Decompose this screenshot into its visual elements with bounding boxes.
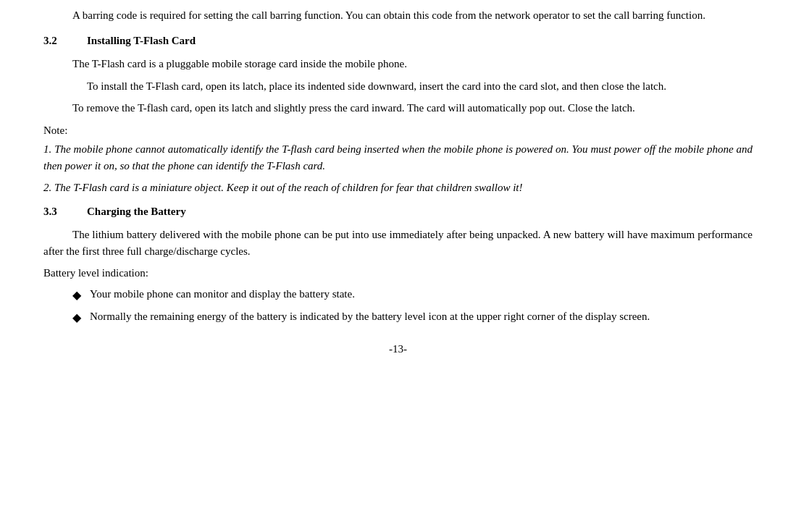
bullet-text-1: Your mobile phone can monitor and displa…	[90, 286, 753, 303]
section-33-number: 3.3	[43, 203, 72, 220]
bullet-item-1: ◆ Your mobile phone can monitor and disp…	[72, 286, 753, 304]
section-33-para1: The lithium battery delivered with the m…	[43, 227, 753, 259]
note-item-1: 1. The mobile phone cannot automatically…	[43, 141, 753, 174]
note-label: Note:	[43, 122, 753, 139]
bullet-text-2: Normally the remaining energy of the bat…	[90, 308, 753, 325]
bullet-diamond-2: ◆	[72, 309, 81, 326]
section-32-para3: To remove the T-flash card, open its lat…	[43, 100, 753, 117]
section-32-number: 3.2	[43, 33, 72, 49]
section-32-para1: The T-Flash card is a pluggable mobile s…	[43, 56, 753, 72]
intro-paragraph: A barring code is required for setting t…	[43, 7, 753, 24]
section-33-title: Charging the Battery	[87, 203, 186, 220]
bullet-item-2: ◆ Normally the remaining energy of the b…	[72, 308, 753, 326]
page-number: -13-	[43, 341, 753, 358]
note-item-2: 2. The T-Flash card is a miniature objec…	[43, 180, 753, 196]
battery-level-label: Battery level indication:	[43, 265, 753, 282]
section-32-para2: To install the T-Flash card, open its la…	[43, 78, 753, 95]
bullet-list: ◆ Your mobile phone can monitor and disp…	[72, 286, 753, 326]
section-32-heading: 3.2 Installing T-Flash Card	[43, 33, 753, 49]
bullet-diamond-1: ◆	[72, 287, 81, 304]
section-33-heading: 3.3 Charging the Battery	[43, 203, 753, 220]
section-32-title: Installing T-Flash Card	[87, 33, 196, 49]
